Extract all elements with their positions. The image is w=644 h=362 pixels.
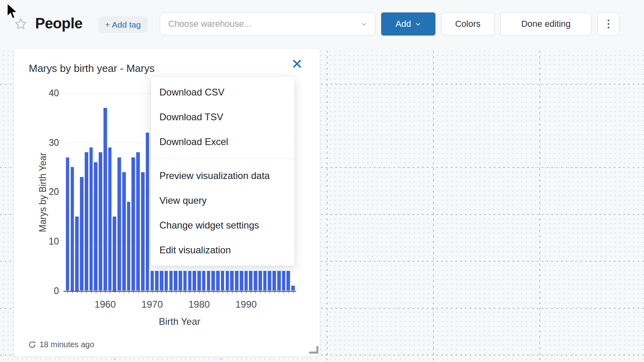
- x-tick: [279, 292, 279, 293]
- bar[interactable]: [174, 271, 177, 290]
- bar[interactable]: [85, 152, 88, 290]
- bar[interactable]: [221, 271, 225, 290]
- x-tick: [213, 292, 214, 293]
- x-tick: [100, 292, 101, 293]
- bar[interactable]: [94, 162, 97, 290]
- menu-item[interactable]: Download CSV: [151, 80, 294, 105]
- x-tick: [77, 292, 78, 293]
- bar[interactable]: [268, 271, 271, 290]
- y-tick-label: 30: [35, 137, 59, 148]
- bar[interactable]: [80, 177, 83, 290]
- bar[interactable]: [286, 271, 290, 290]
- bar[interactable]: [141, 172, 145, 291]
- bar[interactable]: [249, 271, 252, 290]
- bar[interactable]: [71, 167, 74, 290]
- bar[interactable]: [66, 157, 70, 291]
- done-editing-button[interactable]: Done editing: [500, 12, 592, 36]
- add-button[interactable]: Add: [381, 12, 435, 36]
- grid-column-line: [433, 51, 434, 362]
- bar[interactable]: [254, 271, 257, 290]
- bar[interactable]: [169, 271, 173, 290]
- x-tick: [72, 292, 73, 293]
- x-tick: [232, 292, 233, 293]
- x-tick: [166, 292, 167, 293]
- bar[interactable]: [183, 271, 187, 290]
- x-tick: [124, 292, 124, 293]
- context-menu: Download CSVDownload TSVDownload ExcelPr…: [151, 77, 294, 266]
- bar[interactable]: [235, 271, 239, 290]
- x-tick: [218, 292, 218, 293]
- x-tick: [223, 292, 223, 293]
- x-tick: [195, 292, 195, 293]
- bar[interactable]: [244, 271, 248, 290]
- menu-item[interactable]: Download Excel: [151, 129, 294, 154]
- menu-item[interactable]: Edit visualization: [151, 238, 294, 263]
- bar[interactable]: [131, 157, 135, 291]
- bar[interactable]: [216, 271, 220, 290]
- bar[interactable]: [155, 271, 159, 290]
- bar[interactable]: [226, 271, 229, 290]
- x-tick: [251, 292, 251, 293]
- bar[interactable]: [272, 271, 276, 290]
- x-tick: [91, 292, 91, 293]
- x-tick: [96, 292, 96, 293]
- bar[interactable]: [99, 152, 102, 290]
- bar[interactable]: [89, 147, 93, 291]
- bar[interactable]: [258, 271, 262, 290]
- bar[interactable]: [127, 202, 131, 291]
- x-tick: [129, 292, 129, 293]
- bar[interactable]: [136, 152, 140, 290]
- favorite-star-icon[interactable]: [14, 18, 27, 30]
- menu-item[interactable]: View query: [151, 188, 294, 213]
- x-tick: [265, 292, 265, 293]
- x-tick: [176, 292, 176, 293]
- warehouse-select[interactable]: Choose warehouse...: [160, 12, 376, 36]
- bar[interactable]: [282, 271, 286, 290]
- bar[interactable]: [75, 217, 79, 290]
- menu-item[interactable]: Preview visualization data: [151, 163, 294, 188]
- bar[interactable]: [202, 271, 206, 290]
- bar[interactable]: [230, 271, 234, 290]
- grid-column-line: [539, 51, 540, 362]
- add-tag-button[interactable]: + Add tag: [98, 16, 147, 33]
- x-tick: [86, 292, 87, 293]
- x-tick: [143, 292, 143, 293]
- x-tick: [110, 292, 110, 293]
- bar[interactable]: [207, 271, 211, 290]
- x-tick: [119, 292, 120, 293]
- last-refreshed: 18 minutes ago: [28, 340, 94, 349]
- bar[interactable]: [179, 271, 182, 290]
- bar[interactable]: [113, 217, 116, 290]
- bar[interactable]: [197, 271, 201, 290]
- colors-button[interactable]: Colors: [441, 12, 495, 36]
- x-axis-line: [64, 291, 296, 292]
- bar[interactable]: [263, 271, 267, 290]
- menu-item[interactable]: Download TSV: [151, 105, 294, 129]
- menu-item[interactable]: Change widget settings: [151, 213, 294, 238]
- bar[interactable]: [165, 271, 168, 290]
- bar[interactable]: [146, 133, 149, 291]
- kebab-menu-button[interactable]: [597, 12, 619, 36]
- resize-handle[interactable]: [309, 346, 318, 354]
- bar[interactable]: [108, 147, 112, 291]
- bar[interactable]: [117, 157, 121, 291]
- bar[interactable]: [277, 271, 281, 290]
- bar[interactable]: [211, 271, 215, 290]
- x-tick: [157, 292, 157, 293]
- page-title: People: [35, 15, 82, 32]
- bar[interactable]: [160, 271, 163, 290]
- y-tick-label: 10: [35, 236, 59, 247]
- x-tick: [185, 292, 185, 293]
- bar[interactable]: [122, 172, 126, 291]
- bar[interactable]: [188, 271, 192, 290]
- x-tick: [171, 292, 171, 293]
- bar[interactable]: [240, 271, 243, 290]
- x-tick: [237, 292, 237, 293]
- x-tick: [105, 292, 105, 293]
- chevron-down-icon: [415, 21, 421, 27]
- menu-divider: [151, 159, 294, 159]
- bar[interactable]: [103, 108, 107, 290]
- bar[interactable]: [151, 271, 154, 290]
- bar[interactable]: [291, 286, 295, 290]
- bar[interactable]: [193, 271, 196, 290]
